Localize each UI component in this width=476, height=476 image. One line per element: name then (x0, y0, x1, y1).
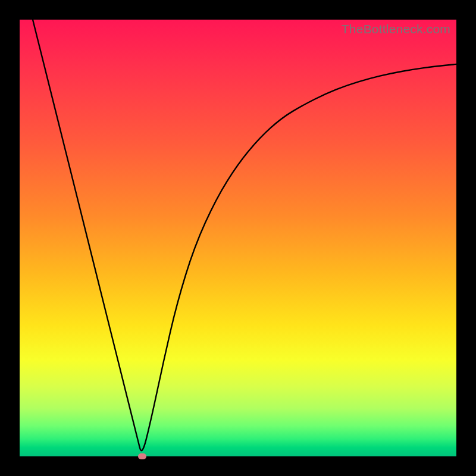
minimum-marker (138, 453, 146, 459)
bottleneck-curve (33, 20, 456, 450)
curve-svg (20, 20, 456, 456)
plot-area: TheBottleneck.com (20, 20, 456, 456)
chart-frame: TheBottleneck.com (0, 0, 476, 476)
